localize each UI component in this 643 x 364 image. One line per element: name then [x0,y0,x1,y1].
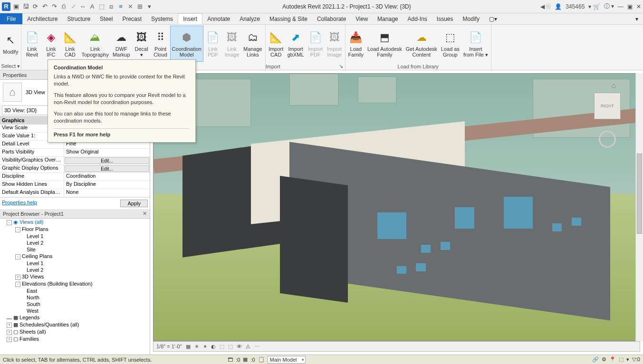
tree-expand-icon[interactable]: + [15,275,20,280]
tree-node[interactable]: Level 2 [0,239,150,246]
vc-sun-icon[interactable]: ✶ [203,344,207,350]
tree-node[interactable]: +3D Views [0,273,150,280]
file-tab[interactable]: File [0,13,22,24]
link-topography-button[interactable]: ⛰Link Topography [79,26,111,62]
tree-node[interactable]: North [0,294,150,301]
select-panel-label[interactable]: Select ▾ [0,63,21,70]
property-value[interactable]: Show Original [64,149,150,156]
viewport-vertical-scrollbar[interactable] [635,73,643,341]
viewport[interactable]: ⌂ RIGHT 1/8" = 1'-0" ▦ ☀ ✶ ◐ ⬚ ⬚ 👁 ⚠ ⋯ [150,70,643,354]
qat-dropdown-icon[interactable]: ▾ [145,3,153,10]
link-ifc-button[interactable]: ◈Link IFC [41,26,60,62]
property-row[interactable]: Graphic Display OptionsEdit... [0,165,150,173]
sb-opt-3-icon[interactable]: 📍 [609,356,616,363]
tab-analyze[interactable]: Analyze [235,13,265,24]
tree-node[interactable]: +▢Sheets (all) [0,328,150,335]
link-revit-button[interactable]: 📄Link Revit [22,26,41,62]
insert-from-file-button[interactable]: 📄Insert from File ▾ [461,26,490,62]
coordination-model-button[interactable]: ⬢Coordination Model [170,26,203,62]
tree-node[interactable]: West [0,307,150,314]
panel-launcher-icon[interactable]: ↘ [337,63,345,69]
tree-expand-icon[interactable]: + [7,337,12,342]
tree-expand-icon[interactable]: - [15,254,20,259]
tab-massing[interactable]: Massing & Site [265,13,312,24]
property-value[interactable]: Coordination [64,173,150,181]
import-pdf-button[interactable]: 📄Import PDF [306,26,325,62]
vc-shadow-icon[interactable]: ◐ [211,344,216,350]
sb-filter-icon[interactable]: ▽:0 [632,356,640,363]
tree-node[interactable]: Level 1 [0,233,150,239]
qat-dim-icon[interactable]: ↔ [79,3,86,10]
user-icon[interactable]: 👤 [555,3,562,10]
qat-measure-icon[interactable]: ⟋ [69,3,77,10]
tab-issues[interactable]: Issues [432,13,458,24]
sb-opt-5-icon[interactable]: ▾ [626,356,629,363]
view-cube[interactable]: RIGHT [594,93,621,119]
ribbon-minimize-icon[interactable]: ▾ [631,13,643,24]
tree-node[interactable]: -Elevations (Building Elevation) [0,280,150,287]
user-label[interactable]: 345465 [566,3,585,10]
maximize-icon[interactable]: ▣ [627,3,633,10]
link-cad-button[interactable]: 📐Link CAD [60,26,79,62]
qat-3d-icon[interactable]: ⬚ [98,3,106,10]
tree-expand-icon[interactable] [7,318,12,319]
import-cad-button[interactable]: 📐Import CAD [267,26,286,62]
nav-wheel-icon[interactable] [599,131,616,148]
sb-icon-2[interactable]: ▦ [243,356,248,363]
sb-icon-1[interactable]: 🗔 [228,357,233,363]
tree-node[interactable]: +▦Schedules/Quantities (all) [0,321,150,328]
import-gbxml-button[interactable]: ⬈Import gbXML [286,26,306,62]
load-autodesk-family-button[interactable]: ⬒Load Autodesk Family [365,26,404,62]
tree-node[interactable]: ▦Legends [0,314,150,321]
tab-architecture[interactable]: Architecture [22,13,62,24]
vc-render-icon[interactable]: ⬚ [220,344,224,350]
qat-thin-lines-icon[interactable]: ≡ [117,3,125,10]
property-value[interactable]: None [64,189,150,197]
tree-expand-icon[interactable]: - [7,220,12,225]
tab-steel[interactable]: Steel [95,13,117,24]
vc-hide-icon[interactable]: 👁 [237,344,242,349]
properties-apply-button[interactable]: Apply [120,200,148,207]
view-scale-label[interactable]: 1/8" = 1'-0" [156,344,182,349]
vc-detail-icon[interactable]: ▦ [186,344,191,350]
property-row[interactable]: Default Analysis Display ...None [0,189,150,197]
workset-combo[interactable]: Main Model [268,356,306,364]
get-autodesk-content-button[interactable]: ☁Get Autodesk Content [404,26,439,62]
import-image-button[interactable]: 🖼Import Image [325,26,344,62]
qat-switch-icon[interactable]: ⊞ [136,3,144,10]
sb-selection-count[interactable]: :0 [236,357,240,363]
qat-redo-icon[interactable]: ↷ [50,3,58,10]
qat-save-icon[interactable]: 🖫 [22,3,29,10]
property-value[interactable]: By Discipline [64,181,150,189]
tree-node[interactable]: Level 2 [0,267,150,273]
decal-button[interactable]: 🖼Decal ▾ [132,26,151,62]
cart-icon[interactable]: ▾ 🛒 [588,3,600,10]
qat-sync-icon[interactable]: ⟳ [31,3,39,10]
tree-expand-icon[interactable]: - [15,282,20,287]
tree-node[interactable]: -Floor Plans [0,226,150,233]
tree-expand-icon[interactable]: - [15,227,20,232]
viewport-canvas[interactable]: ⌂ RIGHT [153,73,640,341]
sb-opt-2-icon[interactable]: ⚙ [602,356,606,363]
property-row[interactable]: Show Hidden LinesBy Discipline [0,181,150,189]
project-browser-tree[interactable]: -◉Views (all)-Floor PlansLevel 1Level 2S… [0,219,150,354]
properties-help-link[interactable]: Properties help [2,200,37,207]
property-edit-button[interactable]: Edit... [65,165,149,172]
tab-insert[interactable]: Insert [178,13,202,24]
qat-text-icon[interactable]: A [88,3,96,10]
tab-annotate[interactable]: Annotate [202,13,235,24]
link-image-button[interactable]: 🖼Link Image [222,26,241,62]
vc-style-icon[interactable]: ☀ [194,344,199,350]
qat-close-icon[interactable]: ⨯ [126,3,134,10]
tree-expand-icon[interactable]: + [7,330,12,335]
tree-node[interactable]: +▢Families [0,335,150,343]
browser-close-icon[interactable]: ✕ [143,211,147,217]
qat-section-icon[interactable]: ⧈ [107,3,115,10]
tab-systems[interactable]: Systems [146,13,178,24]
tab-modify[interactable]: Modify [458,13,484,24]
help-icon[interactable]: ⓘ ▾ [604,2,614,10]
keyboard-icon[interactable]: ◀ 𝄚 [540,3,551,10]
point-cloud-button[interactable]: ⠿Point Cloud [151,26,170,62]
minimize-icon[interactable]: — [618,3,624,10]
viewcube-home-icon[interactable]: ⌂ [611,81,616,90]
